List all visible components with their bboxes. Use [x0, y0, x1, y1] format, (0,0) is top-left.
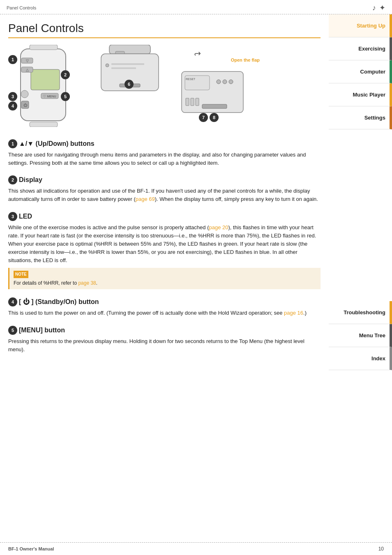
sidebar-tab-troubleshooting[interactable]: Troubleshooting: [329, 301, 392, 324]
section-2-title: 2 Display: [8, 175, 321, 184]
svg-rect-28: [191, 98, 194, 106]
callout-5-num: 5: [61, 92, 70, 101]
page-69-link[interactable]: page 69: [136, 196, 155, 202]
sensor-device-diagram: ↩ Open the flap ▼ RESET: [178, 45, 260, 127]
sidebar-tab-exercising-label: Exercising: [358, 46, 385, 52]
callout-6: 6: [125, 80, 135, 89]
section-5: 5 [MENU] button Pressing this returns to…: [8, 326, 321, 354]
main-layout: Panel Controls ▽ △: [0, 14, 392, 370]
section-4-body: This is used to turn the power on and of…: [8, 309, 321, 317]
music-icon: ♪: [372, 4, 376, 12]
svg-rect-29: [196, 98, 199, 106]
callout-7: 7: [199, 113, 210, 122]
svg-rect-19: [111, 67, 136, 69]
footer-page: 10: [378, 546, 384, 552]
section-5-body: Pressing this returns to the previous di…: [8, 337, 321, 354]
svg-text:RESET: RESET: [186, 78, 196, 81]
svg-rect-11: [30, 45, 58, 50]
clip-device-diagram: 6: [95, 45, 171, 111]
svg-text:▽: ▽: [26, 59, 29, 63]
callout-7-num: 7: [199, 113, 208, 122]
sidebar-tab-computer[interactable]: Computer: [329, 60, 392, 83]
sidebar-tab-starting-up[interactable]: Starting Up: [329, 14, 392, 37]
header-title: Panel Controls: [7, 5, 36, 10]
sidebar-tab-music-player[interactable]: Music Player: [329, 83, 392, 106]
section-5-callout: 5: [8, 326, 17, 335]
page-38-link[interactable]: page 38: [78, 280, 96, 286]
section-4-callout: 4: [8, 297, 17, 306]
back-arrow: ↩: [194, 49, 201, 59]
sidebar-tab-troubleshooting-label: Troubleshooting: [344, 309, 385, 315]
note-box: NOTE For details of %HRR, refer to page …: [8, 268, 321, 289]
sidebar-spacer: [329, 129, 392, 301]
sidebar-tab-index-label: Index: [371, 355, 385, 362]
svg-text:⏻: ⏻: [23, 103, 28, 107]
page-20-link[interactable]: page 20: [209, 224, 228, 230]
callout-3-num: 3: [8, 92, 17, 101]
svg-rect-27: [186, 98, 189, 106]
callout-3: 3: [8, 92, 19, 101]
section-5-title: 5 [MENU] button: [8, 326, 321, 335]
section-2: 2 Display This shows all indications for…: [8, 175, 321, 203]
section-2-body: This shows all indications for operation…: [8, 187, 321, 203]
open-flap-label: Open the flap: [231, 57, 260, 63]
right-sidebar: Starting Up Exercising Computer Music Pl…: [329, 14, 392, 370]
section-3-body: While one of the exercise modes is activ…: [8, 223, 321, 290]
sidebar-tab-music-player-label: Music Player: [353, 92, 386, 98]
callout-4: 4: [8, 101, 19, 111]
section-3: 3 LED While one of the exercise modes is…: [8, 212, 321, 290]
svg-point-17: [106, 64, 109, 67]
sidebar-tab-exercising[interactable]: Exercising: [329, 37, 392, 60]
section-1-callout: 1: [8, 139, 17, 148]
svg-point-24: [223, 80, 227, 84]
diagrams-section: ▽ △ ⏻ ♡ MENU: [8, 45, 321, 131]
callout-5: 5: [61, 92, 71, 101]
sidebar-tab-menu-tree[interactable]: Menu Tree: [329, 324, 392, 347]
callout-8: 8: [210, 113, 220, 122]
sidebar-tab-settings[interactable]: Settings: [329, 106, 392, 129]
svg-point-23: [217, 80, 221, 84]
callout-2-num: 2: [61, 70, 70, 79]
section-1: 1 ▲/▼ (Up/Down) buttons These are used f…: [8, 139, 321, 167]
header-icons: ♪ ✦: [372, 3, 385, 12]
sidebar-tab-index[interactable]: Index: [329, 347, 392, 370]
callout-6-num: 6: [125, 80, 134, 89]
sidebar-tab-computer-label: Computer: [360, 69, 385, 75]
sidebar-tab-menu-tree-label: Menu Tree: [359, 332, 385, 339]
clip-device-svg: [95, 45, 167, 106]
sidebar-tab-settings-label: Settings: [364, 115, 385, 121]
section-3-title: 3 LED: [8, 212, 321, 221]
svg-text:△: △: [26, 68, 29, 72]
callout-1: 1: [8, 55, 19, 64]
callout-1-num: 1: [8, 55, 17, 64]
section-1-body: These are used for navigating through me…: [8, 151, 321, 167]
footer-title: BF-1 Owner's Manual: [8, 546, 54, 551]
svg-rect-26: [202, 104, 227, 108]
svg-rect-1: [31, 69, 60, 90]
svg-point-25: [229, 80, 233, 84]
section-1-title: 1 ▲/▼ (Up/Down) buttons: [8, 139, 321, 148]
bottom-footer: BF-1 Owner's Manual 10: [0, 542, 392, 555]
svg-rect-18: [111, 63, 144, 65]
callout-2: 2: [61, 70, 71, 79]
callout-4-num: 4: [8, 101, 17, 111]
svg-point-6: [21, 90, 28, 98]
page-title: Panel Controls: [8, 22, 321, 38]
svg-rect-12: [30, 122, 58, 127]
top-header: Panel Controls ♪ ✦: [0, 0, 392, 14]
star-icon: ✦: [379, 3, 385, 12]
note-label: NOTE: [14, 271, 28, 278]
section-4-title: 4 [ ⏻ ] (Standby/On) button: [8, 297, 321, 306]
content-area: Panel Controls ▽ △: [0, 14, 329, 370]
section-3-callout: 3: [8, 212, 17, 221]
svg-text:♡ MENU: ♡ MENU: [43, 94, 56, 98]
section-2-callout: 2: [8, 175, 17, 184]
sidebar-tab-starting-up-label: Starting Up: [357, 23, 385, 29]
wrist-device-svg: ▽ △ ⏻ ♡ MENU: [8, 45, 82, 127]
section-4: 4 [ ⏻ ] (Standby/On) button This is used…: [8, 297, 321, 317]
wrist-device-diagram: ▽ △ ⏻ ♡ MENU: [8, 45, 88, 131]
callout-8-num: 8: [210, 113, 219, 122]
page-16-link[interactable]: page 16: [284, 310, 303, 316]
